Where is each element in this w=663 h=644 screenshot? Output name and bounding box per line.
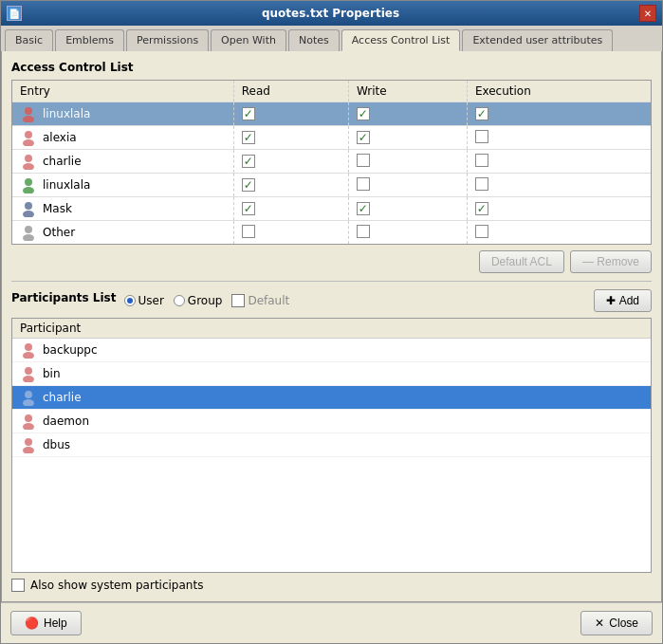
checkbox[interactable]: [242, 107, 255, 120]
svg-point-18: [25, 414, 32, 422]
write-cell: [348, 126, 467, 150]
also-show-checkbox[interactable]: [11, 579, 25, 592]
acl-table: Entry Read Write Execution linuxlala: [12, 81, 651, 244]
checkbox[interactable]: [357, 225, 370, 238]
radio-group-circle: [174, 295, 185, 306]
participant-item[interactable]: charlie: [12, 386, 651, 410]
radio-default[interactable]: Default: [231, 294, 289, 307]
svg-point-21: [23, 447, 34, 453]
tab-basic[interactable]: Basic: [5, 29, 53, 51]
svg-point-10: [25, 226, 32, 233]
participant-col-header: Participant: [12, 319, 651, 339]
write-cell: [348, 221, 467, 245]
read-cell: [233, 102, 348, 126]
checkbox[interactable]: [475, 177, 488, 191]
tab-emblems[interactable]: Emblems: [55, 29, 124, 51]
checkbox[interactable]: [242, 202, 255, 215]
svg-point-5: [23, 163, 34, 170]
participant-name: dbus: [43, 438, 70, 451]
svg-point-2: [25, 131, 32, 138]
help-icon: 🔴: [25, 616, 39, 630]
write-cell: [348, 150, 467, 174]
checkbox[interactable]: [475, 130, 488, 143]
checkbox[interactable]: [357, 202, 370, 215]
radio-user[interactable]: User: [124, 294, 164, 307]
checkbox[interactable]: [242, 155, 255, 168]
participants-header: Participants List User Group Default: [11, 289, 652, 312]
participant-item[interactable]: dbus: [12, 433, 651, 457]
checkbox[interactable]: [475, 225, 488, 238]
checkbox[interactable]: [242, 225, 255, 238]
checkbox[interactable]: [242, 131, 255, 144]
close-label: Close: [609, 616, 638, 630]
exec-cell: [467, 102, 651, 126]
svg-point-16: [25, 391, 32, 398]
col-read: Read: [233, 81, 348, 102]
entry-name: Other: [43, 226, 75, 239]
svg-point-15: [23, 376, 34, 382]
tab-extended[interactable]: Extended user attributes: [462, 29, 613, 51]
checkbox[interactable]: [357, 131, 370, 144]
acl-table-row[interactable]: linuxlala: [12, 102, 651, 126]
exec-cell: [467, 174, 651, 197]
entry-cell: Other: [12, 221, 233, 245]
checkbox[interactable]: [357, 107, 370, 120]
checkbox[interactable]: [242, 178, 255, 192]
entry-cell: linuxlala: [12, 102, 233, 126]
remove-button[interactable]: — Remove: [570, 250, 652, 273]
read-cell: [233, 150, 348, 174]
checkbox[interactable]: [475, 107, 488, 120]
col-entry: Entry: [12, 81, 233, 102]
radio-user-label: User: [138, 294, 164, 307]
participant-name: bin: [43, 367, 61, 380]
acl-table-row[interactable]: charlie: [12, 150, 651, 174]
participant-item[interactable]: backuppc: [12, 339, 651, 362]
write-cell: [348, 197, 467, 221]
add-button[interactable]: ✚ Add: [594, 289, 652, 312]
tab-open-with[interactable]: Open With: [211, 29, 286, 51]
write-cell: [348, 174, 467, 197]
help-button[interactable]: 🔴 Help: [10, 611, 82, 635]
acl-table-row[interactable]: Mask: [12, 197, 651, 221]
tab-notes[interactable]: Notes: [288, 29, 340, 51]
also-show-row: Also show system participants: [11, 579, 652, 592]
tab-permissions[interactable]: Permissions: [126, 29, 209, 51]
participant-list-container: Participant backuppc bin charlie daemon: [11, 318, 652, 573]
default-acl-button[interactable]: Default ACL: [479, 250, 564, 273]
tab-acl[interactable]: Access Control List: [341, 29, 461, 51]
acl-table-row[interactable]: Other: [12, 221, 651, 245]
exec-cell: [467, 126, 651, 150]
acl-table-row[interactable]: alexia: [12, 126, 651, 150]
write-cell: [348, 102, 467, 126]
window-close-button[interactable]: ✕: [639, 5, 656, 22]
svg-point-9: [23, 211, 34, 217]
add-icon: ✚: [606, 294, 616, 307]
acl-table-row[interactable]: linuxlala: [12, 174, 651, 197]
checkbox[interactable]: [357, 177, 370, 191]
entry-cell: charlie: [12, 150, 233, 174]
entry-cell: Mask: [12, 197, 233, 221]
participant-item[interactable]: bin: [12, 362, 651, 386]
svg-point-19: [23, 423, 34, 430]
participant-name: backuppc: [43, 343, 98, 357]
read-cell: [233, 126, 348, 150]
checkbox[interactable]: [475, 202, 488, 215]
window: 📄 quotes.txt Properties ✕ Basic Emblems …: [0, 0, 663, 644]
read-cell: [233, 174, 348, 197]
svg-point-4: [25, 155, 32, 162]
close-icon: ✕: [595, 616, 604, 630]
radio-group-item[interactable]: Group: [174, 294, 223, 307]
entry-name: charlie: [43, 155, 82, 168]
checkbox[interactable]: [357, 154, 370, 167]
svg-point-11: [23, 234, 34, 241]
radio-group-label: Group: [188, 294, 223, 307]
participant-list-body[interactable]: backuppc bin charlie daemon dbus: [12, 339, 651, 572]
svg-point-7: [23, 187, 34, 193]
svg-point-0: [25, 107, 32, 115]
entry-name: linuxlala: [43, 178, 90, 192]
exec-cell: [467, 221, 651, 245]
checkbox[interactable]: [475, 154, 488, 167]
section-divider: [11, 281, 652, 282]
close-button[interactable]: ✕ Close: [580, 611, 653, 635]
participant-item[interactable]: daemon: [12, 410, 651, 433]
